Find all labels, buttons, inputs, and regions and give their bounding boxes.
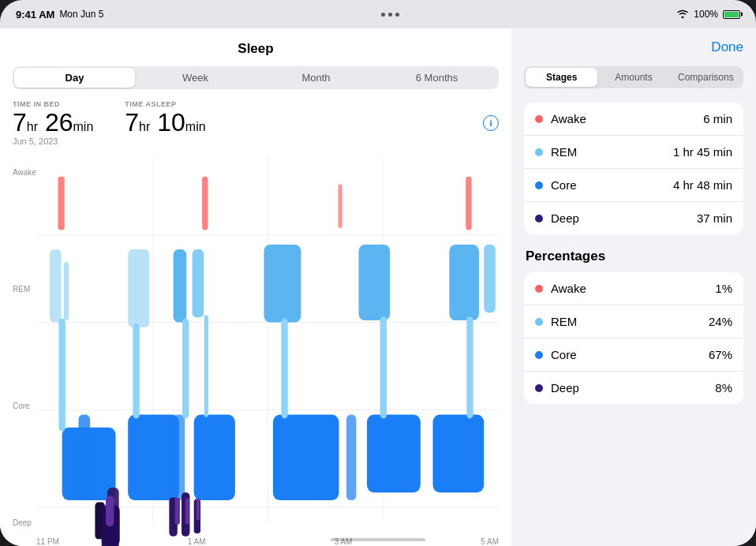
seg-comparisons[interactable]: Comparisons [670, 68, 742, 87]
stage-deep-value: 37 min [697, 211, 732, 225]
pct-core-name: Core [551, 348, 709, 361]
tab-month[interactable]: Month [256, 68, 376, 88]
stage-deep-name: Deep [551, 211, 697, 225]
pct-rem: REM 24% [524, 305, 743, 338]
svg-rect-13 [174, 249, 187, 322]
stage-deep: Deep 37 min [524, 202, 743, 234]
dot-rem [535, 148, 543, 156]
stage-rem: REM 1 hr 45 min [524, 136, 743, 169]
segmented-control: Stages Amounts Comparisons [524, 66, 743, 88]
tib-hours: 7 [13, 108, 27, 136]
svg-rect-28 [432, 415, 484, 493]
chart-container: Awake REM Core Deep 11 PM 1 AM 3 AM 5 AM [13, 157, 499, 546]
percentages-list: Awake 1% REM 24% Core 67% Deep 8% [524, 272, 743, 404]
svg-rect-17 [359, 245, 391, 320]
tib-hr-unit: hr [27, 120, 38, 133]
pct-dot-awake [535, 285, 543, 293]
left-panel: Sleep Day Week Month 6 Months TIME IN BE… [0, 28, 511, 546]
svg-rect-9 [466, 177, 471, 230]
pct-dot-rem [535, 318, 543, 326]
stats-row: TIME IN BED 7hr 26min Jun 5, 2023 TIME A… [13, 100, 499, 146]
stage-core-value: 4 hr 48 min [673, 178, 732, 192]
status-date: Mon Jun 5 [59, 9, 103, 20]
pct-dot-deep [535, 384, 543, 392]
time-axis: 11 PM 1 AM 3 AM 5 AM [36, 537, 499, 546]
tab-week[interactable]: Week [135, 68, 256, 88]
svg-rect-27 [367, 415, 421, 493]
svg-rect-18 [449, 245, 479, 320]
dot2 [388, 13, 392, 17]
pct-dot-core [535, 351, 543, 359]
seg-stages[interactable]: Stages [526, 68, 597, 87]
stage-rem-name: REM [551, 145, 673, 159]
right-panel: Done Stages Amounts Comparisons Awake 6 … [511, 28, 756, 546]
svg-rect-26 [346, 415, 357, 500]
pct-deep: Deep 8% [524, 372, 743, 404]
pct-core-value: 67% [709, 348, 732, 361]
wifi-icon [676, 9, 689, 21]
tib-min-unit: min [73, 120, 94, 133]
panel-title: Sleep [13, 41, 499, 57]
label-awake: Awake [13, 169, 36, 177]
ta-minutes: 10 [157, 108, 185, 136]
stage-core: Core 4 hr 48 min [524, 169, 743, 202]
sleep-chart [13, 157, 499, 546]
battery-icon [723, 10, 740, 19]
status-dots [381, 13, 399, 17]
stage-awake-value: 6 min [703, 112, 732, 125]
svg-rect-14 [193, 249, 204, 317]
percentages-title: Percentages [524, 249, 743, 264]
tab-6months[interactable]: 6 Months [376, 68, 497, 88]
dot1 [381, 13, 385, 17]
done-button[interactable]: Done [711, 39, 743, 55]
battery-fill [724, 12, 739, 17]
svg-rect-23 [174, 415, 185, 500]
status-time: 9:41 AM [16, 9, 54, 21]
right-header: Done [524, 39, 743, 55]
svg-rect-7 [58, 177, 64, 230]
stat-date: Jun 5, 2023 [13, 136, 93, 146]
pct-awake-value: 1% [715, 282, 732, 295]
stage-awake-name: Awake [551, 112, 703, 125]
time-in-bed-block: TIME IN BED 7hr 26min Jun 5, 2023 [13, 100, 93, 146]
time-asleep-block: TIME ASLEEP 7hr 10min [125, 100, 205, 135]
tick-11pm: 11 PM [36, 537, 59, 546]
pct-core: Core 67% [524, 338, 743, 372]
seg-amounts[interactable]: Amounts [597, 68, 669, 87]
time-asleep-label: TIME ASLEEP [125, 100, 205, 108]
tib-minutes: 26 [45, 108, 73, 136]
status-right: 100% [676, 9, 740, 21]
tick-5am: 5 AM [481, 537, 499, 546]
pct-awake-name: Awake [551, 282, 715, 295]
info-button[interactable]: i [483, 115, 499, 131]
tick-1am: 1 AM [188, 537, 206, 546]
svg-rect-19 [484, 245, 496, 312]
svg-rect-22 [128, 415, 179, 500]
dot-core [535, 181, 543, 189]
pct-rem-value: 24% [709, 315, 732, 328]
svg-rect-24 [194, 415, 235, 500]
stage-core-name: Core [551, 178, 673, 192]
ta-hr-unit: hr [139, 120, 150, 133]
pct-rem-name: REM [551, 315, 709, 328]
battery-pct: 100% [694, 9, 718, 20]
home-indicator [331, 538, 425, 541]
dot-awake [535, 115, 543, 123]
main-content: Sleep Day Week Month 6 Months TIME IN BE… [0, 28, 756, 546]
ipad-frame: 9:41 AM Mon Jun 5 100% Sle [0, 0, 756, 546]
svg-rect-12 [128, 249, 149, 327]
stages-list: Awake 6 min REM 1 hr 45 min Core 4 hr 48… [524, 103, 743, 234]
time-tabs: Day Week Month 6 Months [13, 66, 499, 89]
stage-labels: Awake REM Core Deep [13, 157, 36, 527]
tab-day[interactable]: Day [14, 68, 135, 88]
dot3 [395, 13, 399, 17]
svg-rect-11 [50, 249, 62, 322]
time-in-bed-value: 7hr 26min [13, 110, 93, 135]
pct-deep-value: 8% [715, 381, 732, 395]
stage-rem-value: 1 hr 45 min [673, 145, 732, 159]
time-in-bed-label: TIME IN BED [13, 100, 93, 108]
label-core: Core [13, 402, 36, 410]
label-rem: REM [13, 286, 36, 294]
svg-rect-21 [79, 415, 91, 500]
pct-deep-name: Deep [551, 381, 715, 395]
